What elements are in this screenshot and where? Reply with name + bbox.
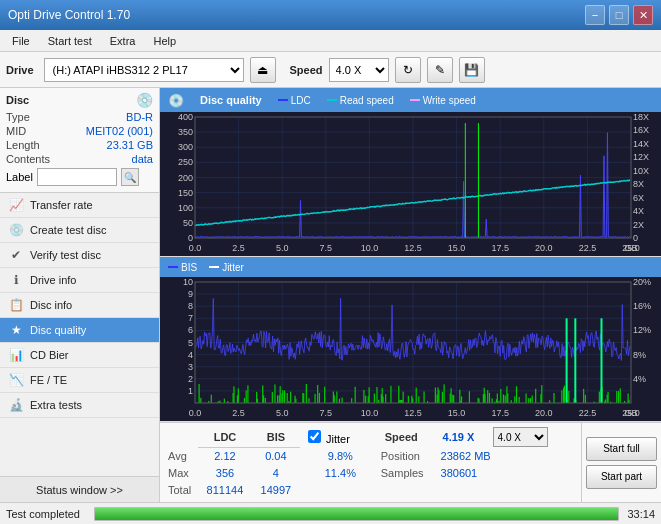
position-label: Position: [381, 447, 441, 464]
samples-value: 380601: [441, 464, 573, 481]
bis-header: BIS: [252, 427, 300, 447]
save-button[interactable]: 💾: [459, 57, 485, 83]
total-label: Total: [168, 481, 198, 498]
jitter-checkbox[interactable]: [308, 430, 321, 443]
speed-value: 4.19 X: [441, 427, 491, 447]
disc-quality-label: Disc quality: [30, 324, 86, 336]
status-window-button[interactable]: Status window >>: [0, 476, 159, 502]
write-speed-dot: [410, 99, 420, 101]
verify-test-disc-icon: ✔: [8, 248, 24, 262]
disc-type-row: Type BD-R: [6, 110, 153, 124]
app-title: Opti Drive Control 1.70: [8, 8, 130, 22]
speed-select-cell[interactable]: 4.0 X: [491, 427, 573, 447]
ldc-label: LDC: [291, 95, 311, 106]
avg-jitter: 9.8%: [300, 447, 381, 464]
disc-length-row: Length 23.31 GB: [6, 138, 153, 152]
progress-bar-fill: [95, 508, 618, 520]
total-bis: 14997: [252, 481, 300, 498]
avg-row: Avg 2.12 0.04 9.8% Position 23862 MB: [168, 447, 573, 464]
cd-bier-label: CD Bier: [30, 349, 69, 361]
bis-legend: BIS: [168, 262, 197, 273]
sidebar: Disc 💿 Type BD-R MID MEIT02 (001) Length…: [0, 88, 160, 502]
extra-tests-icon: 🔬: [8, 398, 24, 412]
menu-start-test[interactable]: Start test: [40, 33, 100, 49]
transfer-rate-icon: 📈: [8, 198, 24, 212]
drive-label: Drive: [6, 64, 34, 76]
legend-read-speed: Read speed: [327, 95, 394, 106]
sidebar-item-drive-info[interactable]: ℹ Drive info: [0, 268, 159, 293]
drive-info-label: Drive info: [30, 274, 76, 286]
content-area: 💿 Disc quality LDC Read speed Write spee…: [160, 88, 661, 502]
legend-write-speed: Write speed: [410, 95, 476, 106]
disc-contents-row: Contents data: [6, 152, 153, 166]
fe-te-label: FE / TE: [30, 374, 67, 386]
create-test-disc-label: Create test disc: [30, 224, 106, 236]
bis-chart: [160, 277, 661, 421]
max-bis: 4: [252, 464, 300, 481]
fe-te-icon: 📉: [8, 373, 24, 387]
verify-test-disc-label: Verify test disc: [30, 249, 101, 261]
contents-key: Contents: [6, 153, 50, 165]
menu-bar: File Start test Extra Help: [0, 30, 661, 52]
avg-label: Avg: [168, 447, 198, 464]
menu-file[interactable]: File: [4, 33, 38, 49]
type-key: Type: [6, 111, 30, 123]
speed-label: Speed: [290, 64, 323, 76]
read-speed-label: Read speed: [340, 95, 394, 106]
sidebar-item-cd-bier[interactable]: 📊 CD Bier: [0, 343, 159, 368]
disc-icon[interactable]: 💿: [136, 92, 153, 108]
total-ldc: 811144: [198, 481, 252, 498]
start-full-button[interactable]: Start full: [586, 437, 657, 461]
max-jitter: 11.4%: [300, 464, 381, 481]
close-button[interactable]: ✕: [633, 5, 653, 25]
refresh-button[interactable]: ↻: [395, 57, 421, 83]
sidebar-item-extra-tests[interactable]: 🔬 Extra tests: [0, 393, 159, 418]
type-val: BD-R: [126, 111, 153, 123]
sidebar-item-verify-test-disc[interactable]: ✔ Verify test disc: [0, 243, 159, 268]
speed-header: Speed: [381, 427, 441, 447]
avg-ldc: 2.12: [198, 447, 252, 464]
eject-button[interactable]: ⏏: [250, 57, 276, 83]
max-row: Max 356 4 11.4% Samples 380601: [168, 464, 573, 481]
edit-button[interactable]: ✎: [427, 57, 453, 83]
bis-chart-header: BIS Jitter: [160, 257, 661, 277]
bis-dot: [168, 266, 178, 268]
ldc-chart-container: [160, 112, 661, 257]
minimize-button[interactable]: −: [585, 5, 605, 25]
time-text: 33:14: [627, 508, 655, 520]
label-search-button[interactable]: 🔍: [121, 168, 139, 186]
sidebar-item-transfer-rate[interactable]: 📈 Transfer rate: [0, 193, 159, 218]
main-layout: Disc 💿 Type BD-R MID MEIT02 (001) Length…: [0, 88, 661, 502]
cd-bier-icon: 📊: [8, 348, 24, 362]
jitter-checkbox-cell: Jitter: [300, 427, 381, 447]
avg-bis: 0.04: [252, 447, 300, 464]
sidebar-item-disc-info[interactable]: 📋 Disc info: [0, 293, 159, 318]
start-part-button[interactable]: Start part: [586, 465, 657, 489]
bottom-bar: Test completed 33:14: [0, 502, 661, 524]
maximize-button[interactable]: □: [609, 5, 629, 25]
mid-key: MID: [6, 125, 26, 137]
mid-val: MEIT02 (001): [86, 125, 153, 137]
stats-data-table: LDC BIS Jitter Speed 4.19 X 4.0 X: [168, 427, 573, 498]
menu-extra[interactable]: Extra: [102, 33, 144, 49]
speed-select[interactable]: 4.0 X 1.0 X 2.0 X 8.0 X Max: [329, 58, 389, 82]
jitter-label: Jitter: [222, 262, 244, 273]
bis-label: BIS: [181, 262, 197, 273]
menu-help[interactable]: Help: [145, 33, 184, 49]
disc-info-label: Disc info: [30, 299, 72, 311]
sidebar-item-create-test-disc[interactable]: 💿 Create test disc: [0, 218, 159, 243]
jitter-legend: Jitter: [209, 262, 244, 273]
dq-icon: 💿: [168, 93, 184, 108]
disc-title: Disc: [6, 94, 29, 106]
sidebar-item-disc-quality[interactable]: ★ Disc quality: [0, 318, 159, 343]
speed-select-stats[interactable]: 4.0 X: [493, 427, 548, 447]
stats-table: LDC BIS Jitter Speed 4.19 X 4.0 X: [160, 423, 581, 502]
samples-label: Samples: [381, 464, 441, 481]
length-key: Length: [6, 139, 40, 151]
jitter-dot: [209, 266, 219, 268]
label-input[interactable]: [37, 168, 117, 186]
drive-select[interactable]: (H:) ATAPI iHBS312 2 PL17: [44, 58, 244, 82]
label-key: Label: [6, 171, 33, 183]
sidebar-item-fe-te[interactable]: 📉 FE / TE: [0, 368, 159, 393]
ldc-chart: [160, 112, 661, 256]
